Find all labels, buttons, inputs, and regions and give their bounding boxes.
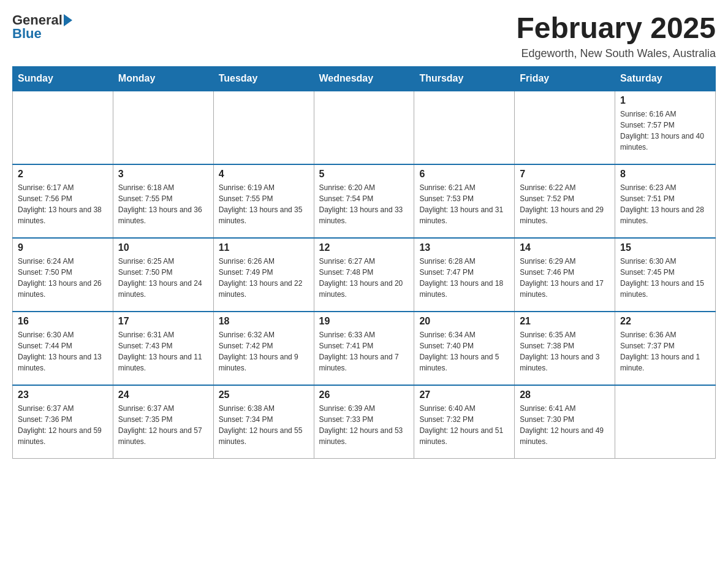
day-number: 3 bbox=[118, 169, 208, 180]
day-number: 12 bbox=[319, 242, 409, 253]
day-info: Sunrise: 6:23 AM Sunset: 7:51 PM Dayligh… bbox=[620, 182, 710, 226]
calendar-cell: 26Sunrise: 6:39 AM Sunset: 7:33 PM Dayli… bbox=[314, 385, 414, 459]
location-text: Edgeworth, New South Wales, Australia bbox=[516, 47, 716, 60]
day-info: Sunrise: 6:37 AM Sunset: 7:35 PM Dayligh… bbox=[118, 403, 208, 447]
day-info: Sunrise: 6:28 AM Sunset: 7:47 PM Dayligh… bbox=[419, 256, 509, 300]
day-number: 11 bbox=[219, 242, 309, 253]
day-info: Sunrise: 6:16 AM Sunset: 7:57 PM Dayligh… bbox=[620, 109, 710, 153]
day-number: 23 bbox=[18, 389, 108, 400]
calendar-cell: 25Sunrise: 6:38 AM Sunset: 7:34 PM Dayli… bbox=[213, 385, 314, 459]
calendar-cell: 1Sunrise: 6:16 AM Sunset: 7:57 PM Daylig… bbox=[615, 91, 716, 164]
day-info: Sunrise: 6:33 AM Sunset: 7:41 PM Dayligh… bbox=[319, 329, 409, 373]
day-info: Sunrise: 6:20 AM Sunset: 7:54 PM Dayligh… bbox=[319, 182, 409, 226]
day-info: Sunrise: 6:32 AM Sunset: 7:42 PM Dayligh… bbox=[219, 329, 309, 373]
day-number: 10 bbox=[118, 242, 208, 253]
day-number: 22 bbox=[620, 316, 710, 327]
day-info: Sunrise: 6:34 AM Sunset: 7:40 PM Dayligh… bbox=[419, 329, 509, 373]
day-number: 19 bbox=[319, 316, 409, 327]
day-number: 26 bbox=[319, 389, 409, 400]
day-info: Sunrise: 6:36 AM Sunset: 7:37 PM Dayligh… bbox=[620, 329, 710, 373]
logo-arrow-icon bbox=[64, 14, 72, 26]
day-number: 24 bbox=[118, 389, 208, 400]
day-info: Sunrise: 6:22 AM Sunset: 7:52 PM Dayligh… bbox=[520, 182, 610, 226]
calendar-cell: 11Sunrise: 6:26 AM Sunset: 7:49 PM Dayli… bbox=[213, 238, 314, 312]
calendar-cell: 7Sunrise: 6:22 AM Sunset: 7:52 PM Daylig… bbox=[515, 164, 615, 238]
logo-blue-text: Blue bbox=[12, 26, 42, 42]
day-of-week-header: Monday bbox=[113, 66, 213, 91]
calendar-cell: 6Sunrise: 6:21 AM Sunset: 7:53 PM Daylig… bbox=[414, 164, 515, 238]
calendar-table: SundayMondayTuesdayWednesdayThursdayFrid… bbox=[12, 66, 716, 459]
day-info: Sunrise: 6:19 AM Sunset: 7:55 PM Dayligh… bbox=[219, 182, 309, 226]
day-info: Sunrise: 6:17 AM Sunset: 7:56 PM Dayligh… bbox=[18, 182, 108, 226]
day-number: 2 bbox=[18, 169, 108, 180]
day-number: 21 bbox=[520, 316, 610, 327]
calendar-cell: 19Sunrise: 6:33 AM Sunset: 7:41 PM Dayli… bbox=[314, 312, 414, 385]
calendar-cell: 22Sunrise: 6:36 AM Sunset: 7:37 PM Dayli… bbox=[615, 312, 716, 385]
day-number: 6 bbox=[419, 169, 509, 180]
calendar-cell bbox=[314, 91, 414, 164]
day-number: 9 bbox=[18, 242, 108, 253]
calendar-cell: 24Sunrise: 6:37 AM Sunset: 7:35 PM Dayli… bbox=[113, 385, 213, 459]
page-header: General Blue February 2025 Edgeworth, Ne… bbox=[12, 12, 716, 60]
day-number: 7 bbox=[520, 169, 610, 180]
calendar-cell: 14Sunrise: 6:29 AM Sunset: 7:46 PM Dayli… bbox=[515, 238, 615, 312]
calendar-cell: 8Sunrise: 6:23 AM Sunset: 7:51 PM Daylig… bbox=[615, 164, 716, 238]
calendar-cell: 20Sunrise: 6:34 AM Sunset: 7:40 PM Dayli… bbox=[414, 312, 515, 385]
day-number: 20 bbox=[419, 316, 509, 327]
day-number: 13 bbox=[419, 242, 509, 253]
day-number: 5 bbox=[319, 169, 409, 180]
day-number: 1 bbox=[620, 95, 710, 106]
calendar-cell: 16Sunrise: 6:30 AM Sunset: 7:44 PM Dayli… bbox=[13, 312, 113, 385]
calendar-cell: 17Sunrise: 6:31 AM Sunset: 7:43 PM Dayli… bbox=[113, 312, 213, 385]
calendar-cell: 28Sunrise: 6:41 AM Sunset: 7:30 PM Dayli… bbox=[515, 385, 615, 459]
calendar-cell: 9Sunrise: 6:24 AM Sunset: 7:50 PM Daylig… bbox=[13, 238, 113, 312]
calendar-cell: 10Sunrise: 6:25 AM Sunset: 7:50 PM Dayli… bbox=[113, 238, 213, 312]
calendar-cell bbox=[113, 91, 213, 164]
calendar-cell: 5Sunrise: 6:20 AM Sunset: 7:54 PM Daylig… bbox=[314, 164, 414, 238]
calendar-week-row: 16Sunrise: 6:30 AM Sunset: 7:44 PM Dayli… bbox=[13, 312, 716, 385]
title-section: February 2025 Edgeworth, New South Wales… bbox=[516, 12, 716, 60]
day-info: Sunrise: 6:37 AM Sunset: 7:36 PM Dayligh… bbox=[18, 403, 108, 447]
day-number: 4 bbox=[219, 169, 309, 180]
day-number: 28 bbox=[520, 389, 610, 400]
day-info: Sunrise: 6:30 AM Sunset: 7:45 PM Dayligh… bbox=[620, 256, 710, 300]
calendar-cell: 15Sunrise: 6:30 AM Sunset: 7:45 PM Dayli… bbox=[615, 238, 716, 312]
day-of-week-header: Thursday bbox=[414, 66, 515, 91]
day-info: Sunrise: 6:21 AM Sunset: 7:53 PM Dayligh… bbox=[419, 182, 509, 226]
day-of-week-header: Wednesday bbox=[314, 66, 414, 91]
calendar-cell: 21Sunrise: 6:35 AM Sunset: 7:38 PM Dayli… bbox=[515, 312, 615, 385]
day-number: 25 bbox=[219, 389, 309, 400]
calendar-cell bbox=[13, 91, 113, 164]
day-info: Sunrise: 6:41 AM Sunset: 7:30 PM Dayligh… bbox=[520, 403, 610, 447]
calendar-cell: 23Sunrise: 6:37 AM Sunset: 7:36 PM Dayli… bbox=[13, 385, 113, 459]
day-info: Sunrise: 6:25 AM Sunset: 7:50 PM Dayligh… bbox=[118, 256, 208, 300]
calendar-cell: 18Sunrise: 6:32 AM Sunset: 7:42 PM Dayli… bbox=[213, 312, 314, 385]
month-title: February 2025 bbox=[516, 12, 716, 45]
calendar-week-row: 1Sunrise: 6:16 AM Sunset: 7:57 PM Daylig… bbox=[13, 91, 716, 164]
calendar-cell bbox=[213, 91, 314, 164]
calendar-cell bbox=[515, 91, 615, 164]
day-number: 14 bbox=[520, 242, 610, 253]
day-number: 18 bbox=[219, 316, 309, 327]
day-number: 8 bbox=[620, 169, 710, 180]
day-info: Sunrise: 6:31 AM Sunset: 7:43 PM Dayligh… bbox=[118, 329, 208, 373]
day-info: Sunrise: 6:18 AM Sunset: 7:55 PM Dayligh… bbox=[118, 182, 208, 226]
calendar-week-row: 23Sunrise: 6:37 AM Sunset: 7:36 PM Dayli… bbox=[13, 385, 716, 459]
day-info: Sunrise: 6:30 AM Sunset: 7:44 PM Dayligh… bbox=[18, 329, 108, 373]
day-number: 27 bbox=[419, 389, 509, 400]
calendar-cell: 13Sunrise: 6:28 AM Sunset: 7:47 PM Dayli… bbox=[414, 238, 515, 312]
day-number: 17 bbox=[118, 316, 208, 327]
calendar-week-row: 2Sunrise: 6:17 AM Sunset: 7:56 PM Daylig… bbox=[13, 164, 716, 238]
calendar-cell bbox=[615, 385, 716, 459]
day-of-week-header: Sunday bbox=[13, 66, 113, 91]
calendar-cell: 4Sunrise: 6:19 AM Sunset: 7:55 PM Daylig… bbox=[213, 164, 314, 238]
day-info: Sunrise: 6:39 AM Sunset: 7:33 PM Dayligh… bbox=[319, 403, 409, 447]
calendar-cell: 27Sunrise: 6:40 AM Sunset: 7:32 PM Dayli… bbox=[414, 385, 515, 459]
logo: General Blue bbox=[12, 12, 72, 42]
calendar-header-row: SundayMondayTuesdayWednesdayThursdayFrid… bbox=[13, 66, 716, 91]
day-of-week-header: Friday bbox=[515, 66, 615, 91]
day-info: Sunrise: 6:38 AM Sunset: 7:34 PM Dayligh… bbox=[219, 403, 309, 447]
day-of-week-header: Saturday bbox=[615, 66, 716, 91]
day-info: Sunrise: 6:35 AM Sunset: 7:38 PM Dayligh… bbox=[520, 329, 610, 373]
day-number: 15 bbox=[620, 242, 710, 253]
